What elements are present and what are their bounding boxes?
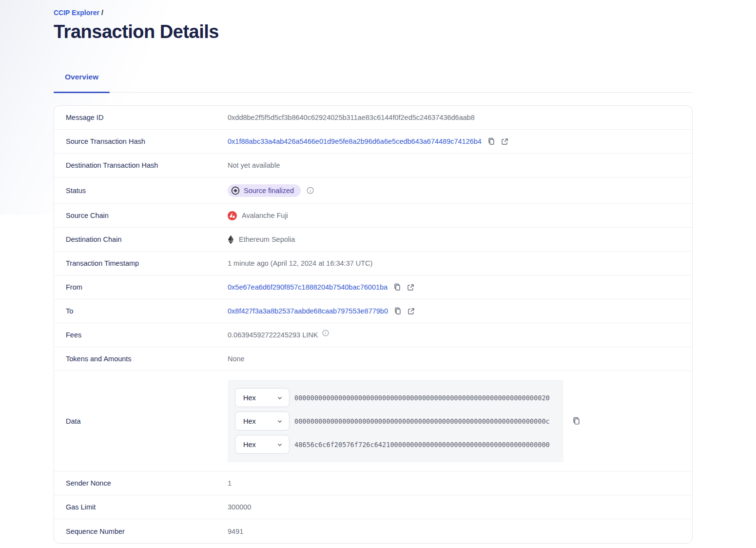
- transaction-details-card: Message ID 0xdd8be2f5f5d5cf3b8640c629240…: [54, 105, 693, 544]
- table-row-message-id: Message ID 0xdd8be2f5f5d5cf3b8640c629240…: [54, 106, 692, 130]
- chevron-down-icon: [277, 418, 283, 424]
- hex-select-value: Hex: [243, 417, 256, 425]
- sequence-number-label: Sequence Number: [66, 528, 228, 535]
- source-tx-hash-label: Source Transaction Hash: [66, 137, 228, 145]
- breadcrumb: CCIP Explorer/: [54, 0, 693, 17]
- table-row-timestamp: Transaction Timestamp 1 minute ago (Apri…: [54, 252, 692, 275]
- sender-nonce-label: Sender Nonce: [66, 479, 228, 487]
- page-container: CCIP Explorer/ Transaction Details Overv…: [54, 0, 693, 544]
- hex-encoding-select[interactable]: Hex: [235, 388, 290, 407]
- table-row-sender-nonce: Sender Nonce 1: [54, 471, 692, 495]
- data-line: Hex 000000000000000000000000000000000000…: [235, 388, 556, 407]
- chevron-down-icon: [277, 395, 283, 401]
- sequence-number-value: 9491: [228, 528, 243, 535]
- dest-tx-hash-value: Not yet available: [228, 161, 280, 169]
- source-tx-hash-link[interactable]: 0x1f88abc33a4ab426a5466e01d9e5fe8a2b96d6…: [228, 137, 482, 145]
- dest-tx-hash-label: Destination Transaction Hash: [66, 161, 228, 169]
- external-link-icon[interactable]: [501, 138, 508, 145]
- data-line: Hex 48656c6c6f20576f726c6421000000000000…: [235, 435, 556, 454]
- copy-icon[interactable]: [394, 307, 402, 315]
- hex-select-value: Hex: [243, 394, 256, 402]
- data-hex-line: 0000000000000000000000000000000000000000…: [294, 417, 550, 425]
- hex-select-value: Hex: [243, 441, 256, 449]
- breadcrumb-ccip-explorer-link[interactable]: CCIP Explorer: [54, 9, 99, 17]
- hex-encoding-select[interactable]: Hex: [235, 435, 290, 454]
- chevron-down-icon: [277, 442, 283, 448]
- copy-icon[interactable]: [487, 137, 495, 145]
- data-label: Data: [66, 417, 228, 425]
- fees-value: 0.06394592722245293 LINK: [228, 331, 318, 339]
- message-id-label: Message ID: [66, 114, 228, 121]
- avalanche-icon: [228, 211, 237, 220]
- sender-nonce-value: 1: [228, 479, 232, 487]
- table-row-data: Data Hex 0000000000000000000000000000000…: [54, 371, 692, 471]
- breadcrumb-separator: /: [101, 9, 103, 17]
- message-id-value: 0xdd8be2f5f5d5cf3b8640c62924025b311ae83c…: [228, 114, 475, 121]
- external-link-icon[interactable]: [407, 308, 415, 315]
- dest-chain-name: Ethereum Sepolia: [239, 235, 295, 243]
- from-label: From: [66, 283, 228, 291]
- data-hex-line: 0000000000000000000000000000000000000000…: [294, 394, 550, 402]
- timestamp-label: Transaction Timestamp: [66, 259, 228, 267]
- to-address-link[interactable]: 0x8f427f3a3a8b2537aabde68caab797553e8779…: [228, 307, 388, 315]
- status-progress-icon: [231, 186, 240, 195]
- fees-label: Fees: [66, 331, 228, 339]
- table-row-source-chain: Source Chain Avalanche Fuji: [54, 204, 692, 228]
- tokens-label: Tokens and Amounts: [66, 355, 228, 363]
- table-row-gas-limit: Gas Limit 300000: [54, 495, 692, 519]
- gas-limit-label: Gas Limit: [66, 503, 228, 511]
- data-hex-panel: Hex 000000000000000000000000000000000000…: [228, 380, 563, 462]
- table-row-source-tx-hash: Source Transaction Hash 0x1f88abc33a4ab4…: [54, 130, 692, 154]
- data-line: Hex 000000000000000000000000000000000000…: [235, 411, 556, 431]
- table-row-dest-chain: Destination Chain Ethereum Sepolia: [54, 228, 692, 252]
- table-row-fees: Fees 0.06394592722245293 LINK: [54, 323, 692, 347]
- dest-chain-label: Destination Chain: [66, 235, 228, 243]
- status-badge: Source finalized: [228, 184, 301, 197]
- gas-limit-value: 300000: [228, 503, 251, 511]
- external-link-icon[interactable]: [407, 284, 414, 291]
- timestamp-value: 1 minute ago (April 12, 2024 at 16:34:37…: [228, 259, 372, 267]
- copy-icon[interactable]: [572, 417, 581, 425]
- table-row-dest-tx-hash: Destination Transaction Hash Not yet ava…: [54, 154, 692, 177]
- info-icon[interactable]: [307, 187, 314, 194]
- table-row-tokens: Tokens and Amounts None: [54, 347, 692, 371]
- to-label: To: [66, 307, 228, 315]
- status-badge-text: Source finalized: [244, 187, 294, 195]
- info-icon[interactable]: [322, 330, 329, 336]
- status-label: Status: [66, 187, 228, 195]
- table-row-to: To 0x8f427f3a3a8b2537aabde68caab797553e8…: [54, 299, 692, 323]
- hex-encoding-select[interactable]: Hex: [235, 411, 290, 431]
- table-row-status: Status Source finalized: [54, 177, 692, 204]
- data-hex-line: 48656c6c6f20576f726c64210000000000000000…: [294, 441, 550, 449]
- source-chain-label: Source Chain: [66, 212, 228, 219]
- table-row-sequence-number: Sequence Number 9491: [54, 519, 692, 543]
- tokens-value: None: [228, 355, 245, 363]
- from-address-link[interactable]: 0x5e67ea6d6f290f857c1888204b7540bac76001…: [228, 283, 388, 291]
- tab-overview[interactable]: Overview: [54, 68, 110, 92]
- source-chain-name: Avalanche Fuji: [242, 212, 288, 219]
- page-title: Transaction Details: [54, 21, 693, 42]
- tab-bar: Overview: [54, 68, 693, 93]
- table-row-from: From 0x5e67ea6d6f290f857c1888204b7540bac…: [54, 275, 692, 299]
- copy-icon[interactable]: [393, 283, 401, 291]
- ethereum-icon: [228, 235, 234, 244]
